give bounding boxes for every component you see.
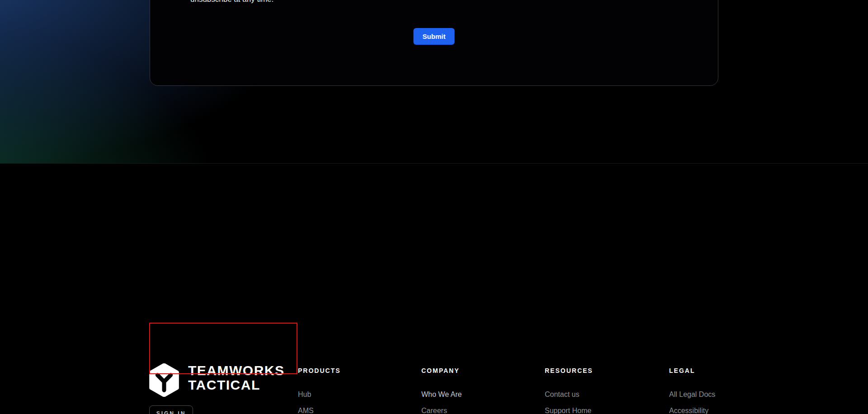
brand-line1: TEAMWORKS [188, 363, 284, 378]
column-heading: RESOURCES [545, 367, 658, 374]
footer-column-resources: RESOURCES Contact us Support Home Learni… [545, 367, 658, 414]
brand-wordmark: TEAMWORKS TACTICAL [188, 363, 284, 392]
footer-link-support-home[interactable]: Support Home [545, 407, 658, 414]
page: unsubscribe at any time. Submit TEAMWORK… [0, 0, 868, 414]
submit-button[interactable]: Submit [414, 28, 455, 45]
footer-column-company: COMPANY Who We Are Careers [421, 367, 534, 414]
teamworks-hexagon-icon [148, 363, 180, 399]
sign-in-button[interactable]: SIGN IN [149, 405, 193, 414]
column-heading: COMPANY [421, 367, 534, 374]
footer-link-ams[interactable]: AMS [298, 407, 411, 414]
column-heading: PRODUCTS [298, 367, 411, 374]
unsubscribe-note: unsubscribe at any time. [190, 0, 274, 4]
footer-link-careers[interactable]: Careers [421, 407, 534, 414]
footer: TEAMWORKS TACTICAL SIGN IN (202) 875-893… [0, 163, 868, 414]
footer-link-contact-us[interactable]: Contact us [545, 390, 658, 399]
hero-section: unsubscribe at any time. Submit [0, 0, 868, 163]
brand-line2: TACTICAL [188, 378, 284, 392]
footer-link-accessibility[interactable]: Accessibility [669, 407, 782, 414]
footer-column-legal: LEGAL All Legal Docs Accessibility Priva… [669, 367, 782, 414]
footer-link-who-we-are[interactable]: Who We Are [421, 390, 534, 399]
footer-link-all-legal-docs[interactable]: All Legal Docs [669, 390, 782, 399]
footer-column-products: PRODUCTS Hub AMS Nutrition [298, 367, 411, 414]
brand-logo[interactable]: TEAMWORKS TACTICAL [148, 363, 284, 399]
column-heading: LEGAL [669, 367, 782, 374]
newsletter-form-card: unsubscribe at any time. Submit [150, 0, 718, 86]
footer-link-hub[interactable]: Hub [298, 390, 411, 399]
